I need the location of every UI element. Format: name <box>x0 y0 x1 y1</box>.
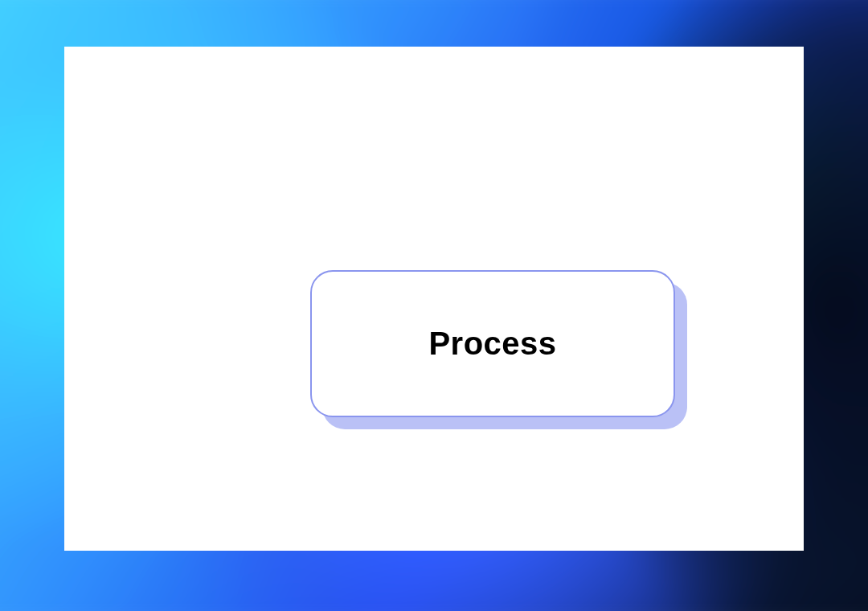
process-node-wrapper: Process <box>310 270 675 417</box>
diagram-canvas: Process <box>64 47 804 551</box>
process-node-label: Process <box>428 326 556 362</box>
process-node[interactable]: Process <box>310 270 675 417</box>
